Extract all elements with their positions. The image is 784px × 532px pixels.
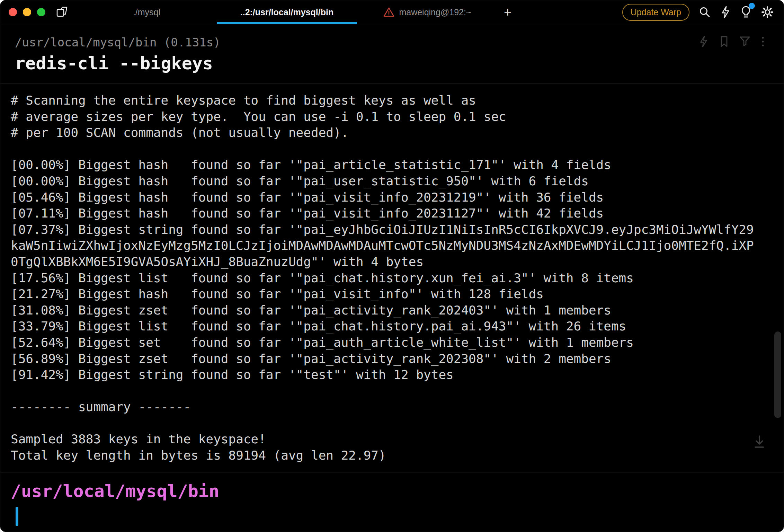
terminal-output-line: 0TgQlXBBkXM6E5I9GVA5OsAYiXHJ_8BuaZnuzUdg… — [11, 254, 763, 270]
tab-label: ./mysql — [133, 7, 160, 17]
terminal-output-line: [52.64%] Biggest set found so far '"pai_… — [11, 335, 763, 351]
tab-ssh-maweiqing[interactable]: maweiqing@192:~ — [357, 0, 497, 24]
block-action-icons — [698, 35, 765, 49]
terminal-output-line: [07.37%] Biggest string found so far '"p… — [11, 222, 763, 238]
close-window-button[interactable] — [9, 8, 17, 16]
scrollbar-thumb[interactable] — [774, 331, 781, 418]
zoom-window-button[interactable] — [37, 8, 45, 16]
tab-usr-local-mysql-bin[interactable]: ..2:/usr/local/mysql/bin — [217, 0, 357, 24]
terminal-output-line: kaW5nIiwiZXhwIjoxNzEyMzg5MzI0LCJzIjoiMDA… — [11, 238, 763, 254]
terminal-output-line: [00.00%] Biggest hash found so far '"pai… — [11, 173, 763, 189]
tab-bar: ./mysql ..2:/usr/local/mysql/bin maweiqi… — [0, 0, 784, 24]
terminal-output-line — [11, 383, 763, 399]
kebab-menu-icon[interactable] — [760, 35, 765, 49]
tab-label: ..2:/usr/local/mysql/bin — [240, 7, 334, 17]
terminal-output[interactable]: # Scanning the entire keyspace to find b… — [0, 83, 784, 472]
panes-icon[interactable] — [56, 6, 69, 18]
terminal-output-line: [33.79%] Biggest list found so far '"pai… — [11, 318, 763, 335]
active-tab-indicator — [217, 22, 357, 24]
minimize-window-button[interactable] — [23, 8, 31, 16]
text-cursor[interactable] — [16, 507, 18, 526]
terminal-output-line: # Scanning the entire keyspace to find b… — [11, 92, 763, 109]
bookmark-icon[interactable] — [719, 35, 729, 49]
tab-label: maweiqing@192:~ — [399, 7, 471, 17]
terminal-output-line: [17.56%] Biggest list found so far '"pai… — [11, 270, 763, 286]
terminal-output-line — [11, 415, 763, 432]
prompt-block[interactable]: /usr/local/mysql/bin — [0, 472, 784, 526]
gear-icon[interactable] — [761, 6, 774, 19]
lightning-icon[interactable] — [698, 35, 709, 49]
terminal-output-line — [11, 141, 763, 157]
lightbulb-icon[interactable] — [740, 5, 752, 19]
tab-list: ./mysql ..2:/usr/local/mysql/bin maweiqi… — [77, 0, 518, 24]
command-text: redis-cli --bigkeys — [15, 53, 784, 74]
terminal-output-line: # average sizes per key type. You can us… — [11, 109, 763, 125]
terminal-output-line: [56.89%] Biggest zset found so far '"pai… — [11, 351, 763, 367]
terminal-output-line: [21.27%] Biggest hash found so far '"pai… — [11, 286, 763, 302]
terminal-output-line: [07.11%] Biggest hash found so far '"pai… — [11, 205, 763, 222]
download-icon[interactable] — [753, 435, 766, 451]
terminal-output-line: [31.08%] Biggest zset found so far '"pai… — [11, 302, 763, 319]
traffic-lights — [9, 8, 45, 16]
tabbar-actions: Update Warp — [622, 4, 774, 21]
filter-icon[interactable] — [739, 35, 750, 49]
terminal-output-line: [91.42%] Biggest string found so far '"t… — [11, 367, 763, 383]
update-warp-button[interactable]: Update Warp — [622, 4, 689, 21]
command-block[interactable]: /usr/local/mysql/bin (0.131s) redis-cli … — [0, 24, 784, 83]
new-tab-button[interactable]: + — [497, 0, 518, 24]
tab-mysql[interactable]: ./mysql — [77, 0, 217, 24]
lightning-icon[interactable] — [720, 6, 731, 19]
warning-icon — [383, 7, 395, 18]
terminal-output-line: [00.00%] Biggest hash found so far '"pai… — [11, 157, 763, 173]
warp-terminal-window: ./mysql ..2:/usr/local/mysql/bin maweiqi… — [0, 0, 784, 532]
terminal-output-line: [05.46%] Biggest hash found so far '"pai… — [11, 189, 763, 206]
terminal-output-line: Sampled 3883 keys in the keyspace! — [11, 431, 763, 447]
notification-dot — [749, 3, 755, 9]
prompt-path: /usr/local/mysql/bin — [11, 481, 784, 502]
search-icon[interactable] — [698, 6, 711, 18]
terminal-output-line: Total key length in bytes is 89194 (avg … — [11, 447, 763, 464]
new-tab-label: + — [504, 5, 511, 20]
terminal-output-line: # per 100 SCAN commands (not usually nee… — [11, 125, 763, 141]
command-path-and-duration: /usr/local/mysql/bin (0.131s) — [15, 35, 784, 49]
terminal-output-line: -------- summary ------- — [11, 399, 763, 415]
